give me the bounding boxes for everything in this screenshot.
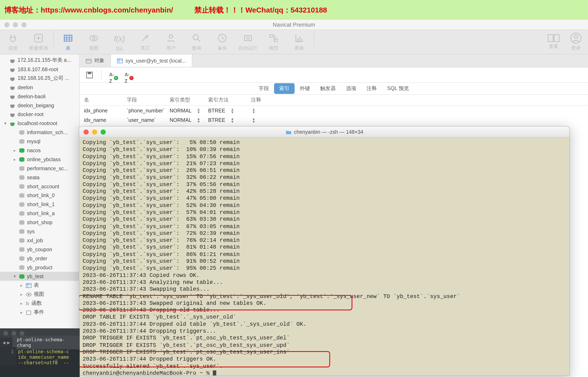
database-item[interactable]: mysql xyxy=(0,137,79,146)
database-label: yb_order xyxy=(27,255,47,261)
svg-point-5 xyxy=(193,35,198,40)
svg-rect-34 xyxy=(26,283,31,287)
designer-tab[interactable]: 注释 xyxy=(361,83,382,94)
database-item[interactable]: yb_order xyxy=(0,254,79,263)
database-item[interactable]: seata xyxy=(0,173,79,182)
designer-tab[interactable]: SQL 预览 xyxy=(382,83,414,94)
stepper-icon[interactable]: ▴▾ xyxy=(231,117,233,123)
database-item[interactable]: ▸online_ybclass xyxy=(0,155,79,164)
cell-name[interactable]: idx_phone xyxy=(80,108,122,114)
svg-rect-14 xyxy=(554,35,559,41)
toolbar-chart[interactable]: 图表 xyxy=(286,30,312,54)
cell-type[interactable]: NORMAL▴▾ xyxy=(165,108,204,114)
index-row[interactable]: idx_name`user_name`NORMAL▴▾BTREE▴▾▴▾ xyxy=(80,115,588,125)
connection-tree[interactable]: 172.16.21.155-华美 a...183.6.107.68-root19… xyxy=(0,54,79,317)
tab-sys-user[interactable]: sys_user@yb_test (local... xyxy=(111,54,192,67)
database-item[interactable]: information_sch... xyxy=(0,128,79,137)
connection-item[interactable]: docker-root xyxy=(0,110,79,119)
cell-method[interactable]: BTREE▴▾ xyxy=(204,108,247,114)
view-toggle[interactable]: 查看 xyxy=(548,34,560,50)
database-item[interactable]: yb_product xyxy=(0,263,79,272)
toolbar-eye[interactable]: 视图 xyxy=(81,30,107,54)
toolbar-plus[interactable]: 新建查询 xyxy=(26,30,51,54)
database-item[interactable]: ▸nacos xyxy=(0,146,79,155)
connection-item[interactable]: deelon xyxy=(0,83,79,92)
connection-item-open[interactable]: ▼localhost-rootroot xyxy=(0,119,79,128)
cell-field[interactable]: `phone_number` xyxy=(122,108,165,114)
designer-subtabs: 字段索引外键触发器选项注释SQL 预览 xyxy=(80,83,588,95)
window-title: Navicat Premium xyxy=(0,21,588,28)
model-icon xyxy=(268,33,279,44)
database-item[interactable]: short_link_1 xyxy=(0,200,79,209)
database-item[interactable]: yb_coupon xyxy=(0,245,79,254)
index-grid-body[interactable]: idx_phone`phone_number`NORMAL▴▾BTREE▴▾▴▾… xyxy=(80,106,588,125)
designer-tab[interactable]: 选项 xyxy=(341,83,361,94)
delete-index-button[interactable]: A-Z − xyxy=(124,71,132,79)
database-label: short_link_0 xyxy=(27,192,55,198)
login-button[interactable]: 登录 xyxy=(570,33,581,51)
toolbar-search[interactable]: 查询 xyxy=(184,30,209,54)
cell-method[interactable]: BTREE▴▾ xyxy=(204,117,247,123)
database-item[interactable]: short_account xyxy=(0,182,79,191)
toolbar-label: 图表 xyxy=(295,45,304,51)
add-index-button[interactable]: A-Z + xyxy=(109,71,117,79)
toolbar-fx[interactable]: f(x)f(x) xyxy=(107,30,132,54)
stepper-icon[interactable]: ▴▾ xyxy=(198,117,200,123)
designer-tab[interactable]: 字段 xyxy=(254,83,274,94)
chevron-down-icon: ▼ xyxy=(13,274,17,278)
objects-icon xyxy=(86,58,92,64)
cell-comment[interactable]: ▴▾ xyxy=(247,108,588,114)
database-item-open[interactable]: ▼yb_test xyxy=(0,272,79,281)
database-item[interactable]: short_link_a xyxy=(0,209,79,218)
ed-close-dot[interactable] xyxy=(3,331,8,335)
cell-comment[interactable]: ▴▾ xyxy=(247,117,588,123)
stepper-icon[interactable]: ▴▾ xyxy=(253,117,588,123)
designer-tab[interactable]: 触发器 xyxy=(315,83,341,94)
connection-item[interactable]: 192.168.16.25_公司 ... xyxy=(0,74,79,83)
database-label: xxl_job xyxy=(27,237,43,243)
connection-item[interactable]: deelon-baoli xyxy=(0,92,79,101)
terminal-body[interactable]: Copying `yb_test`.`sys_user`: 5% 08:50 r… xyxy=(79,138,570,376)
toolbar-plug[interactable]: 连接 xyxy=(0,30,26,54)
database-item[interactable]: short_link_0 xyxy=(0,191,79,200)
toolbar-wrench[interactable]: 其它 xyxy=(132,30,158,54)
connection-item[interactable]: deelon_beigang xyxy=(0,101,79,110)
tab-objects[interactable]: 对象 xyxy=(80,54,111,67)
database-item[interactable]: performance_sc... xyxy=(0,164,79,173)
editor-code[interactable]: pt-online-schema-c idx_name(user_name --… xyxy=(16,347,69,366)
designer-tab[interactable]: 索引 xyxy=(274,83,295,94)
index-row[interactable]: idx_phone`phone_number`NORMAL▴▾BTREE▴▾▴▾ xyxy=(80,106,588,115)
stepper-icon[interactable]: ▴▾ xyxy=(231,108,233,114)
toolbar-model[interactable]: 模型 xyxy=(261,30,286,54)
wrench-icon xyxy=(140,33,151,44)
db-child-item[interactable]: ▸事件 xyxy=(0,308,79,317)
database-item[interactable]: short_shop xyxy=(0,218,79,227)
database-item[interactable]: xxl_job xyxy=(0,236,79,245)
connection-item[interactable]: 172.16.21.155-华美 a... xyxy=(0,56,79,65)
stepper-icon[interactable]: ▴▾ xyxy=(253,108,588,114)
designer-tab[interactable]: 外键 xyxy=(295,83,315,94)
toolbar-clock[interactable]: 备份 xyxy=(209,30,235,54)
cell-field[interactable]: `user_name` xyxy=(122,117,165,123)
database-label: sys xyxy=(27,228,35,234)
terminal-titlebar[interactable]: chenyanbin — -zsh — 148×34 xyxy=(79,127,570,138)
save-button[interactable] xyxy=(86,71,93,79)
cell-type[interactable]: NORMAL▴▾ xyxy=(165,117,204,123)
database-item[interactable]: sys xyxy=(0,227,79,236)
toolbar-user[interactable]: 用户 xyxy=(158,30,184,54)
toolbar-label: 表 xyxy=(66,45,70,51)
db-child-item[interactable]: ▸fx函数 xyxy=(0,299,79,308)
connection-item[interactable]: 183.6.107.68-root xyxy=(0,65,79,74)
editor-nav[interactable]: ◀▶ xyxy=(0,340,12,345)
ed-zoom-dot[interactable] xyxy=(20,331,24,335)
ed-min-dot[interactable] xyxy=(11,331,16,335)
toolbar-table[interactable]: 表 xyxy=(55,30,81,54)
svg-point-16 xyxy=(574,35,578,39)
db-child-item[interactable]: ▸表 xyxy=(0,281,79,290)
toolbar-label: 查询 xyxy=(192,45,201,51)
folder-icon xyxy=(285,129,291,134)
db-child-item[interactable]: ▸视图 xyxy=(0,290,79,299)
cell-name[interactable]: idx_name xyxy=(80,117,122,123)
toolbar-auto[interactable]: 自动运行 xyxy=(235,30,261,54)
stepper-icon[interactable]: ▴▾ xyxy=(198,108,200,114)
